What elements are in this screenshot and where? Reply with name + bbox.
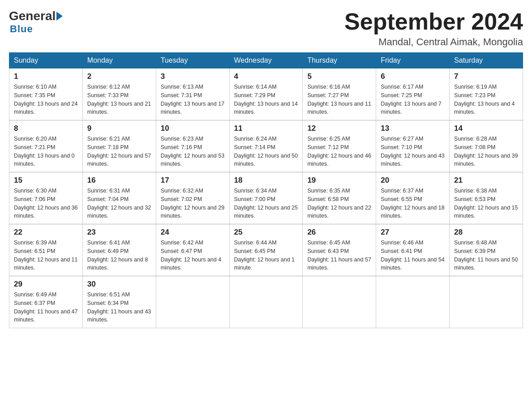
day-info: Sunrise: 6:17 AMSunset: 7:25 PMDaylight:… <box>381 83 445 116</box>
day-info: Sunrise: 6:16 AMSunset: 7:27 PMDaylight:… <box>307 83 371 116</box>
calendar-cell: 22Sunrise: 6:39 AMSunset: 6:51 PMDayligh… <box>9 224 83 276</box>
day-number: 12 <box>307 124 371 133</box>
day-info: Sunrise: 6:35 AMSunset: 6:58 PMDaylight:… <box>307 187 371 220</box>
calendar-week-row: 8Sunrise: 6:20 AMSunset: 7:21 PMDaylight… <box>9 120 523 172</box>
day-number: 22 <box>14 228 78 237</box>
weekday-header-sunday: Sunday <box>9 53 83 68</box>
day-number: 4 <box>234 72 298 81</box>
day-number: 26 <box>307 228 371 237</box>
day-number: 28 <box>454 228 518 237</box>
calendar-cell: 23Sunrise: 6:41 AMSunset: 6:49 PMDayligh… <box>82 224 156 276</box>
day-info: Sunrise: 6:28 AMSunset: 7:08 PMDaylight:… <box>454 135 518 168</box>
day-number: 23 <box>87 228 151 237</box>
logo: General Blue <box>9 9 64 35</box>
logo-general-text: General <box>9 9 56 23</box>
day-info: Sunrise: 6:34 AMSunset: 7:00 PMDaylight:… <box>234 187 298 220</box>
day-info: Sunrise: 6:27 AMSunset: 7:10 PMDaylight:… <box>381 135 445 168</box>
weekday-header-wednesday: Wednesday <box>229 53 303 68</box>
day-number: 30 <box>87 280 151 289</box>
day-info: Sunrise: 6:21 AMSunset: 7:18 PMDaylight:… <box>87 135 151 168</box>
day-info: Sunrise: 6:37 AMSunset: 6:55 PMDaylight:… <box>381 187 445 220</box>
day-number: 13 <box>381 124 445 133</box>
calendar-cell: 17Sunrise: 6:32 AMSunset: 7:02 PMDayligh… <box>156 172 229 224</box>
calendar-cell: 25Sunrise: 6:44 AMSunset: 6:45 PMDayligh… <box>229 224 303 276</box>
calendar-cell: 14Sunrise: 6:28 AMSunset: 7:08 PMDayligh… <box>450 120 523 172</box>
calendar-table: SundayMondayTuesdayWednesdayThursdayFrid… <box>9 52 523 328</box>
day-info: Sunrise: 6:49 AMSunset: 6:37 PMDaylight:… <box>14 291 78 324</box>
calendar-cell: 5Sunrise: 6:16 AMSunset: 7:27 PMDaylight… <box>303 68 376 120</box>
logo-arrow-icon <box>56 12 63 21</box>
day-info: Sunrise: 6:51 AMSunset: 6:34 PMDaylight:… <box>87 291 151 324</box>
weekday-header-tuesday: Tuesday <box>156 53 229 68</box>
day-number: 29 <box>14 280 78 289</box>
weekday-header-row: SundayMondayTuesdayWednesdayThursdayFrid… <box>9 53 523 68</box>
calendar-cell: 7Sunrise: 6:19 AMSunset: 7:23 PMDaylight… <box>450 68 523 120</box>
day-info: Sunrise: 6:41 AMSunset: 6:49 PMDaylight:… <box>87 239 151 272</box>
day-number: 9 <box>87 124 151 133</box>
day-number: 10 <box>161 124 225 133</box>
weekday-header-saturday: Saturday <box>450 53 523 68</box>
calendar-week-row: 15Sunrise: 6:30 AMSunset: 7:06 PMDayligh… <box>9 172 523 224</box>
day-number: 1 <box>14 72 78 81</box>
day-number: 19 <box>307 176 371 185</box>
location-title: Mandal, Central Aimak, Mongolia <box>344 36 523 48</box>
calendar-cell: 21Sunrise: 6:38 AMSunset: 6:53 PMDayligh… <box>450 172 523 224</box>
day-info: Sunrise: 6:39 AMSunset: 6:51 PMDaylight:… <box>14 239 78 272</box>
calendar-cell <box>229 276 303 328</box>
day-number: 8 <box>14 124 78 133</box>
day-info: Sunrise: 6:38 AMSunset: 6:53 PMDaylight:… <box>454 187 518 220</box>
day-number: 2 <box>87 72 151 81</box>
day-info: Sunrise: 6:42 AMSunset: 6:47 PMDaylight:… <box>161 239 225 272</box>
calendar-cell <box>376 276 450 328</box>
calendar-cell: 30Sunrise: 6:51 AMSunset: 6:34 PMDayligh… <box>82 276 156 328</box>
day-info: Sunrise: 6:48 AMSunset: 6:39 PMDaylight:… <box>454 239 518 272</box>
calendar-cell <box>156 276 229 328</box>
page-header: General Blue September 2024 Mandal, Cent… <box>9 9 523 48</box>
calendar-cell: 12Sunrise: 6:25 AMSunset: 7:12 PMDayligh… <box>303 120 376 172</box>
day-number: 18 <box>234 176 298 185</box>
day-number: 20 <box>381 176 445 185</box>
day-number: 27 <box>381 228 445 237</box>
day-info: Sunrise: 6:10 AMSunset: 7:35 PMDaylight:… <box>14 83 78 116</box>
day-number: 6 <box>381 72 445 81</box>
day-number: 15 <box>14 176 78 185</box>
calendar-week-row: 22Sunrise: 6:39 AMSunset: 6:51 PMDayligh… <box>9 224 523 276</box>
calendar-cell <box>303 276 376 328</box>
weekday-header-monday: Monday <box>82 53 156 68</box>
calendar-week-row: 1Sunrise: 6:10 AMSunset: 7:35 PMDaylight… <box>9 68 523 120</box>
calendar-cell: 27Sunrise: 6:46 AMSunset: 6:41 PMDayligh… <box>376 224 450 276</box>
day-number: 25 <box>234 228 298 237</box>
day-info: Sunrise: 6:25 AMSunset: 7:12 PMDaylight:… <box>307 135 371 168</box>
calendar-cell: 13Sunrise: 6:27 AMSunset: 7:10 PMDayligh… <box>376 120 450 172</box>
calendar-cell: 15Sunrise: 6:30 AMSunset: 7:06 PMDayligh… <box>9 172 83 224</box>
day-info: Sunrise: 6:19 AMSunset: 7:23 PMDaylight:… <box>454 83 518 116</box>
calendar-cell: 11Sunrise: 6:24 AMSunset: 7:14 PMDayligh… <box>229 120 303 172</box>
calendar-cell: 16Sunrise: 6:31 AMSunset: 7:04 PMDayligh… <box>82 172 156 224</box>
day-info: Sunrise: 6:23 AMSunset: 7:16 PMDaylight:… <box>161 135 225 168</box>
calendar-cell: 2Sunrise: 6:12 AMSunset: 7:33 PMDaylight… <box>82 68 156 120</box>
calendar-cell: 1Sunrise: 6:10 AMSunset: 7:35 PMDaylight… <box>9 68 83 120</box>
calendar-cell: 19Sunrise: 6:35 AMSunset: 6:58 PMDayligh… <box>303 172 376 224</box>
day-info: Sunrise: 6:20 AMSunset: 7:21 PMDaylight:… <box>14 135 78 168</box>
day-number: 14 <box>454 124 518 133</box>
day-info: Sunrise: 6:14 AMSunset: 7:29 PMDaylight:… <box>234 83 298 116</box>
day-number: 11 <box>234 124 298 133</box>
calendar-cell: 24Sunrise: 6:42 AMSunset: 6:47 PMDayligh… <box>156 224 229 276</box>
title-block: September 2024 Mandal, Central Aimak, Mo… <box>344 9 523 48</box>
day-info: Sunrise: 6:24 AMSunset: 7:14 PMDaylight:… <box>234 135 298 168</box>
calendar-cell: 4Sunrise: 6:14 AMSunset: 7:29 PMDaylight… <box>229 68 303 120</box>
calendar-cell: 6Sunrise: 6:17 AMSunset: 7:25 PMDaylight… <box>376 68 450 120</box>
day-number: 5 <box>307 72 371 81</box>
day-number: 7 <box>454 72 518 81</box>
calendar-cell: 29Sunrise: 6:49 AMSunset: 6:37 PMDayligh… <box>9 276 83 328</box>
calendar-cell: 9Sunrise: 6:21 AMSunset: 7:18 PMDaylight… <box>82 120 156 172</box>
day-number: 3 <box>161 72 225 81</box>
calendar-cell: 28Sunrise: 6:48 AMSunset: 6:39 PMDayligh… <box>450 224 523 276</box>
calendar-cell <box>450 276 523 328</box>
day-info: Sunrise: 6:32 AMSunset: 7:02 PMDaylight:… <box>161 187 225 220</box>
calendar-cell: 20Sunrise: 6:37 AMSunset: 6:55 PMDayligh… <box>376 172 450 224</box>
day-number: 24 <box>161 228 225 237</box>
day-number: 16 <box>87 176 151 185</box>
logo-blue-text: Blue <box>10 23 33 35</box>
day-info: Sunrise: 6:31 AMSunset: 7:04 PMDaylight:… <box>87 187 151 220</box>
